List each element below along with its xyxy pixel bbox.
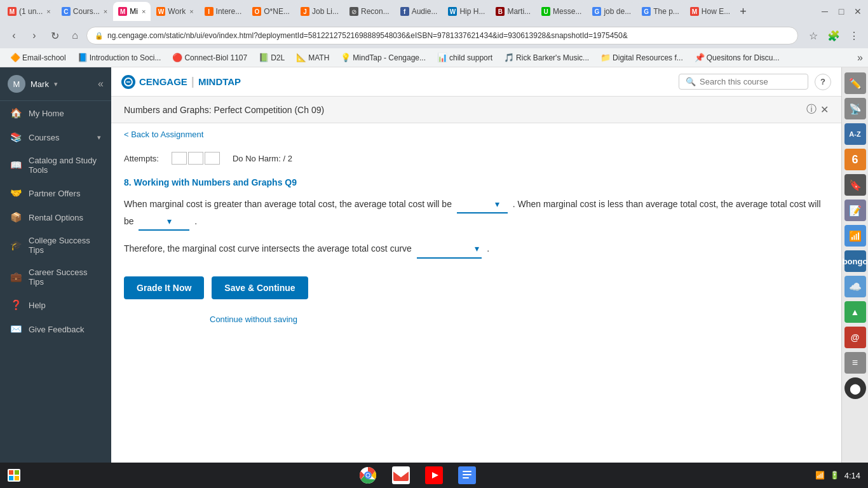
attempt-box-2	[188, 152, 203, 165]
right-icon-rss[interactable]: 📡	[844, 98, 866, 119]
help-question-button[interactable]: ?	[815, 74, 831, 90]
bookmark-intro-soci[interactable]: 📘 Introduction to Soci...	[72, 51, 166, 64]
sidebar-item-partner-offers[interactable]: 🤝 Partner Offers	[0, 181, 111, 205]
svg-rect-17	[463, 477, 469, 478]
tab-job[interactable]: J Job Li...	[295, 2, 344, 21]
attempt-box-3	[205, 152, 220, 165]
right-icon-az[interactable]: A-Z	[844, 123, 866, 145]
save-continue-button[interactable]: Save & Continue	[212, 276, 308, 299]
tab-close-courses[interactable]: ×	[104, 8, 107, 15]
taskbar-gmail[interactable]	[390, 464, 412, 487]
right-icon-bongo[interactable]: bongo	[844, 250, 866, 272]
home-button[interactable]: ⌂	[66, 27, 84, 44]
dropdown-3[interactable]	[417, 241, 482, 258]
sidebar-user[interactable]: M Mark ▾	[8, 75, 58, 93]
cengage-logo-icon	[121, 75, 135, 89]
tab-mindtap[interactable]: M Mi ×	[113, 2, 151, 21]
search-icon: 🔍	[686, 77, 696, 86]
tab-thep[interactable]: G The p...	[637, 2, 684, 21]
close-button[interactable]: ✕	[850, 4, 865, 19]
bookmark-email-school[interactable]: 🔶 Email-school	[5, 51, 71, 64]
bookmark-math[interactable]: 📐 MATH	[291, 51, 334, 64]
address-bar[interactable]: 🔒 ng.cengage.com/static/nb/ui/evo/index.…	[86, 27, 798, 44]
bookmark-child-support[interactable]: 📊 child support	[432, 51, 498, 64]
right-icon-pencil[interactable]: ✏️	[844, 72, 866, 94]
back-to-assignment-link[interactable]: < Back to Assignment	[111, 123, 841, 146]
rental-icon: 📦	[10, 212, 22, 223]
right-icon-bookmark[interactable]: 🔖	[844, 174, 866, 196]
taskbar-youtube[interactable]	[423, 464, 445, 487]
right-icon-cloud[interactable]: ☁️	[844, 276, 866, 297]
bookmark-rick-barker[interactable]: 🎵 Rick Barker's Music...	[499, 51, 594, 64]
bookmark-label: Connect-Biol 1107	[184, 53, 247, 62]
tab-close-mindtap[interactable]: ×	[142, 8, 146, 15]
tab-martin[interactable]: B Marti...	[491, 2, 536, 21]
bookmark-connect-biol[interactable]: 🔴 Connect-Biol 1107	[167, 51, 252, 64]
right-icon-edit[interactable]: 📝	[844, 200, 866, 221]
minimize-button[interactable]: ─	[817, 4, 832, 19]
back-button[interactable]: ‹	[5, 27, 23, 44]
new-tab-button[interactable]: +	[736, 5, 750, 18]
sidebar-item-courses[interactable]: 📚 Courses	[0, 125, 111, 149]
dropdown-1[interactable]	[457, 196, 508, 214]
sidebar-item-rental-options[interactable]: 📦 Rental Options	[0, 205, 111, 229]
tab-audio[interactable]: f Audie...	[395, 2, 443, 21]
tab-work[interactable]: W Work ×	[151, 2, 198, 21]
right-icon-google-drive[interactable]: ▲	[844, 301, 866, 323]
svg-rect-4	[9, 476, 13, 480]
sidebar-item-my-home[interactable]: 🏠 My Home	[0, 101, 111, 125]
bookmark-star-button[interactable]: ☆	[804, 27, 822, 44]
bookmark-d2l[interactable]: 📗 D2L	[254, 51, 290, 64]
tab-jobde[interactable]: G job de...	[587, 2, 636, 21]
sidebar-item-college-success[interactable]: 🎓 College Success Tips	[0, 229, 111, 261]
browser-controls: ‹ › ↻ ⌂ 🔒 ng.cengage.com/static/nb/ui/ev…	[0, 23, 868, 48]
taskbar-wifi-icon: 📶	[815, 471, 825, 480]
tab-recon[interactable]: ⊘ Recon...	[344, 2, 395, 21]
bookmarks-more-button[interactable]: »	[857, 52, 863, 64]
tab-howe[interactable]: M How E...	[685, 2, 735, 21]
menu-button[interactable]: ⋮	[845, 27, 863, 44]
right-sidebar: ✏️ 📡 A-Z 6 🔖 📝 📶 bongo ☁️ ▲ @ ≡ ⬤	[841, 67, 868, 488]
tab-close-work[interactable]: ×	[189, 8, 193, 15]
help-icon: ❓	[10, 299, 22, 311]
bookmark-mindtap[interactable]: 💡 MindTap - Cengage...	[336, 51, 431, 64]
continue-without-saving-link[interactable]: Continue without saving	[210, 312, 297, 327]
tab-gmail[interactable]: M (1 un... ×	[3, 2, 56, 21]
sidebar-item-career-success[interactable]: 💼 Career Success Tips	[0, 261, 111, 293]
tab-one[interactable]: O O*NE...	[247, 2, 295, 21]
tab-intere[interactable]: I Intere...	[200, 2, 247, 21]
extensions-button[interactable]: 🧩	[825, 27, 843, 44]
sidebar-toggle-button[interactable]: «	[98, 78, 104, 90]
right-icon-six[interactable]: 6	[844, 149, 866, 170]
taskbar-docs[interactable]	[456, 464, 478, 487]
tab-courses[interactable]: C Cours... ×	[57, 2, 112, 21]
close-question-button[interactable]: ✕	[820, 104, 829, 116]
reload-button[interactable]: ↻	[46, 27, 64, 44]
info-button[interactable]: ⓘ	[806, 103, 817, 116]
sidebar-item-help[interactable]: ❓ Help	[0, 293, 111, 317]
tab-close-gmail[interactable]: ×	[46, 8, 50, 15]
maximize-button[interactable]: □	[834, 4, 849, 19]
search-input[interactable]	[700, 77, 801, 86]
dropdown-2[interactable]	[139, 214, 189, 231]
cengage-text: CENGAGE	[139, 76, 187, 87]
right-icon-wifi[interactable]: 📶	[844, 225, 866, 247]
right-icon-lines[interactable]: ≡	[844, 352, 866, 374]
sidebar-item-give-feedback[interactable]: ✉️ Give Feedback	[0, 317, 111, 341]
taskbar-windows-icon[interactable]	[8, 469, 20, 482]
search-bar[interactable]: 🔍	[679, 74, 808, 90]
bookmark-questions[interactable]: 📌 Quesitons for Discu...	[689, 51, 785, 64]
home-icon: 🏠	[10, 107, 22, 119]
bookmark-digital-resources[interactable]: 📁 Digital Resources f...	[595, 51, 688, 64]
tab-hip[interactable]: W Hip H...	[443, 2, 490, 21]
right-icon-atmark[interactable]: @	[844, 327, 866, 348]
forward-button[interactable]: ›	[25, 27, 43, 44]
svg-point-10	[367, 474, 370, 477]
right-icon-circle[interactable]: ⬤	[844, 377, 866, 399]
taskbar-chrome[interactable]	[356, 464, 379, 487]
grade-it-now-button[interactable]: Grade It Now	[124, 276, 204, 299]
tab-messe[interactable]: U Messe...	[536, 2, 587, 21]
tab-label-gmail: (1 un...	[19, 7, 43, 16]
tab-label-one: O*NE...	[264, 7, 290, 16]
sidebar-item-catalog[interactable]: 📖 Catalog and Study Tools	[0, 149, 111, 181]
